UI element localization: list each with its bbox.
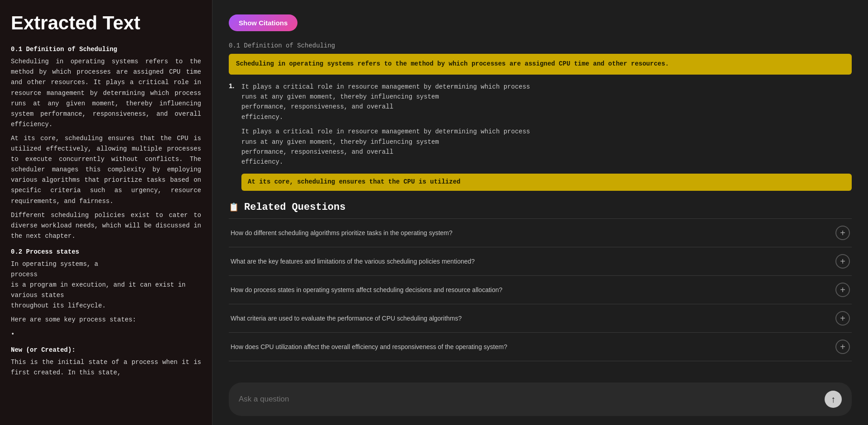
paragraph-5: Here are some key process states: — [11, 315, 201, 325]
question-add-btn-1[interactable]: + — [835, 226, 850, 240]
question-text-5: How does CPU utilization affect the over… — [231, 343, 835, 350]
citation-item-1: 1. It plays a critical role in resource … — [229, 82, 852, 191]
ask-submit-button[interactable]: ↑ — [825, 391, 842, 408]
section-heading-new: New (or Created): — [11, 345, 201, 355]
section-heading-01: 0.1 Definition of Scheduling — [11, 44, 201, 55]
ask-bar: ↑ — [229, 382, 852, 416]
show-citations-button[interactable]: Show Citations — [229, 14, 297, 31]
question-text-1: How do different scheduling algorithms p… — [231, 229, 835, 236]
ask-submit-icon: ↑ — [831, 394, 835, 405]
question-item-4[interactable]: What criteria are used to evaluate the p… — [229, 304, 852, 332]
question-item-1[interactable]: How do different scheduling algorithms p… — [229, 218, 852, 247]
left-panel: Extracted Text 0.1 Definition of Schedul… — [0, 0, 212, 425]
related-questions-icon: 📋 — [229, 202, 239, 212]
citation-number-1: 1. — [229, 82, 241, 90]
citation-list: 1. It plays a critical role in resource … — [229, 82, 852, 191]
citation-highlight-block: Scheduling in operating systems refers t… — [229, 54, 852, 75]
ask-input[interactable] — [239, 395, 825, 404]
citation-item-1-content: It plays a critical role in resource man… — [241, 82, 852, 191]
citation-section: 0.1 Definition of Scheduling Scheduling … — [229, 42, 852, 191]
paragraph-3: Different scheduling policies exist to c… — [11, 210, 201, 241]
citation-para-1b: It plays a critical role in resource man… — [241, 127, 852, 167]
section-heading-02: 0.2 Process states — [11, 247, 201, 257]
question-add-btn-4[interactable]: + — [835, 311, 850, 326]
right-panel: Show Citations 0.1 Definition of Schedul… — [212, 0, 868, 425]
paragraph-6: This is the initial state of a process w… — [11, 357, 201, 378]
question-item-5[interactable]: How does CPU utilization affect the over… — [229, 332, 852, 361]
citation-item-highlight-1: At its core, scheduling ensures that the… — [241, 174, 852, 191]
related-questions-title: Related Questions — [244, 202, 345, 213]
related-questions-header: 📋 Related Questions — [229, 202, 852, 213]
citation-para-1a: It plays a critical role in resource man… — [241, 82, 852, 123]
related-questions-section: 📋 Related Questions How do different sch… — [229, 202, 852, 361]
page-title: Extracted Text — [11, 13, 201, 33]
question-item-2[interactable]: What are the key features and limitation… — [229, 247, 852, 275]
bullet-point: • — [11, 329, 201, 340]
extracted-text-content: 0.1 Definition of Scheduling Scheduling … — [11, 44, 201, 378]
citation-section-label: 0.1 Definition of Scheduling — [229, 42, 852, 49]
question-text-4: What criteria are used to evaluate the p… — [231, 315, 835, 322]
paragraph-1: Scheduling in operating systems refers t… — [11, 57, 201, 130]
paragraph-4: In operating systems, aprocessis a progr… — [11, 259, 201, 311]
question-add-btn-3[interactable]: + — [835, 283, 850, 297]
ask-bar-wrapper: ↑ — [212, 375, 868, 425]
question-text-2: What are the key features and limitation… — [231, 258, 835, 265]
question-text-3: How do process states in operating syste… — [231, 286, 835, 293]
right-content-area: Show Citations 0.1 Definition of Schedul… — [212, 0, 868, 375]
question-add-btn-2[interactable]: + — [835, 254, 850, 269]
paragraph-2: At its core, scheduling ensures that the… — [11, 133, 201, 207]
question-item-3[interactable]: How do process states in operating syste… — [229, 275, 852, 304]
question-add-btn-5[interactable]: + — [835, 340, 850, 354]
